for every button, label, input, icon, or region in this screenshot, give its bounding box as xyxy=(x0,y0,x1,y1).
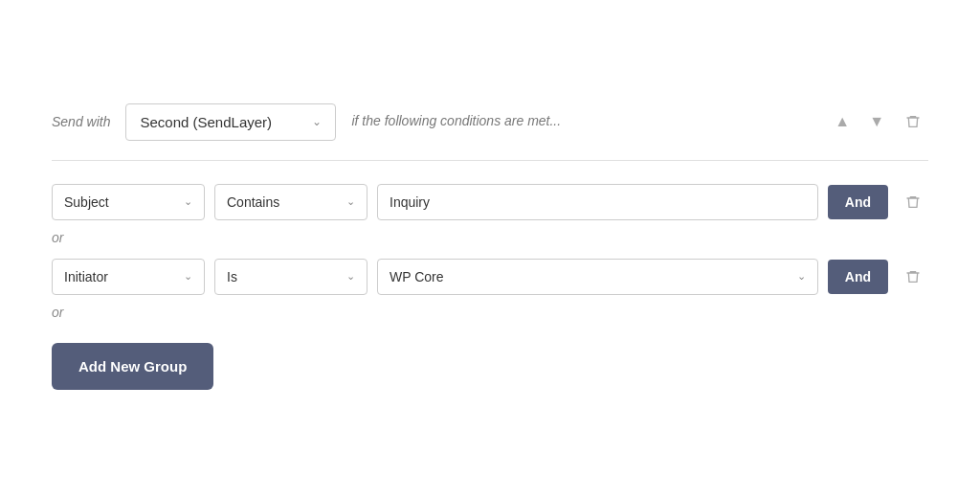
condition-row-2: Initiator ⌄ Is ⌄ WP Core ⌄ And xyxy=(52,259,928,295)
condition-2-operator-chevron-icon: ⌄ xyxy=(346,270,355,283)
send-with-dropdown-value: Second (SendLayer) xyxy=(140,114,272,130)
condition-1-field-value: Subject xyxy=(64,194,109,210)
send-with-label: Send with xyxy=(52,113,110,130)
delete-rule-button[interactable] xyxy=(898,110,928,133)
condition-2-delete-button[interactable] xyxy=(898,265,928,288)
condition-1-field-chevron-icon: ⌄ xyxy=(184,195,192,208)
condition-2-operator-value: Is xyxy=(227,269,237,284)
condition-2-value: WP Core xyxy=(390,269,444,284)
condition-1-field-dropdown[interactable]: Subject ⌄ xyxy=(52,184,205,220)
send-with-dropdown[interactable]: Second (SendLayer) ⌄ xyxy=(125,103,336,141)
trash-icon xyxy=(905,269,921,284)
top-row: Send with Second (SendLayer) ⌄ if the fo… xyxy=(52,103,928,161)
or-label-1: or xyxy=(52,230,928,245)
send-with-chevron-icon: ⌄ xyxy=(312,115,322,128)
move-down-button[interactable]: ▼ xyxy=(863,109,890,134)
move-up-button[interactable]: ▲ xyxy=(829,109,856,134)
condition-1-value-input[interactable] xyxy=(377,184,818,220)
add-new-group-button[interactable]: Add New Group xyxy=(52,343,213,390)
condition-1-operator-dropdown[interactable]: Contains ⌄ xyxy=(214,184,368,220)
top-actions: ▲ ▼ xyxy=(829,109,928,134)
condition-2-field-chevron-icon: ⌄ xyxy=(184,270,192,283)
trash-icon xyxy=(905,194,921,210)
condition-1-operator-value: Contains xyxy=(227,194,279,210)
condition-2-value-dropdown[interactable]: WP Core ⌄ xyxy=(377,259,818,295)
condition-2-value-chevron-icon: ⌄ xyxy=(797,270,806,283)
condition-row-1: Subject ⌄ Contains ⌄ And xyxy=(52,184,928,220)
or-label-2: or xyxy=(52,305,928,320)
condition-2-field-value: Initiator xyxy=(64,269,108,284)
trash-icon xyxy=(905,114,921,129)
condition-1-and-button[interactable]: And xyxy=(828,185,888,219)
condition-1-operator-chevron-icon: ⌄ xyxy=(346,195,355,208)
condition-2-and-button[interactable]: And xyxy=(828,260,888,294)
condition-1-delete-button[interactable] xyxy=(898,191,928,214)
condition-text: if the following conditions are met... xyxy=(351,112,813,131)
conditions-area: Subject ⌄ Contains ⌄ And or Initiator ⌄ xyxy=(52,184,928,390)
main-container: Send with Second (SendLayer) ⌄ if the fo… xyxy=(21,80,959,420)
condition-2-field-dropdown[interactable]: Initiator ⌄ xyxy=(52,259,205,295)
condition-2-operator-dropdown[interactable]: Is ⌄ xyxy=(214,259,368,295)
